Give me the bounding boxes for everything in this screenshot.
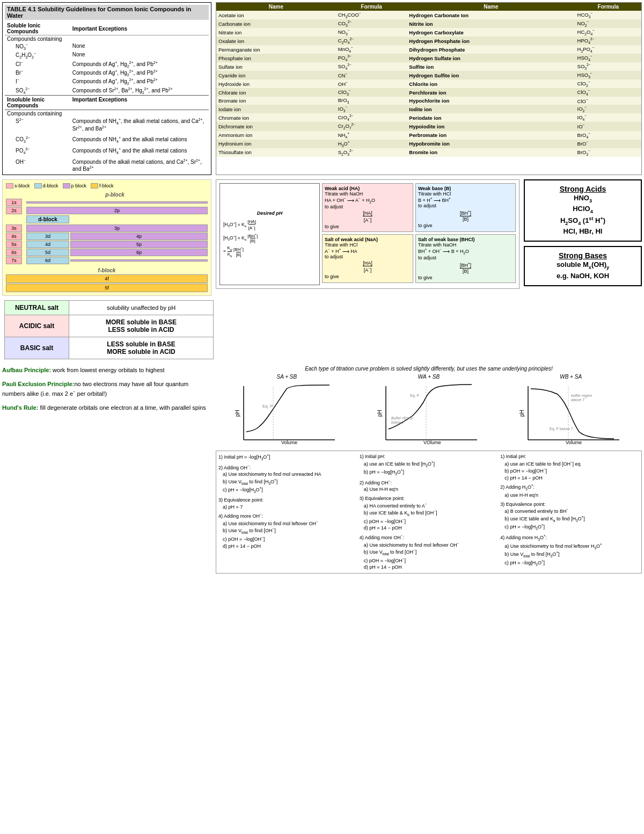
- strong-acids-column: Strong Acids HNO3 HClO4 H2SO4 (1st H+) H…: [524, 179, 642, 361]
- table-row: Br− Compounds of Ag+, Hg22+, and Pb2+: [5, 69, 209, 77]
- ion-formula: ClO3−: [336, 88, 407, 97]
- ion-formula: IO4−: [575, 113, 641, 122]
- ion-name: Periodate ion: [407, 113, 575, 122]
- d-block-6d: 6d: [26, 257, 69, 264]
- d-block-5d: 5d: [26, 249, 69, 256]
- p-block-empty: [70, 259, 208, 262]
- legend-d-block: d-block: [34, 183, 58, 188]
- ion-name: Bromite ion: [407, 148, 575, 157]
- ion-formula: NO2−: [575, 19, 641, 28]
- ion-formula: IO2−: [575, 105, 641, 113]
- ion-name: Perchlorate ion: [407, 88, 575, 97]
- ion-name: Sulfate ion: [216, 62, 336, 71]
- table-row: Carbonate ion CO32− Nitrite ion NO2−: [216, 19, 641, 28]
- svg-text:pH: pH: [519, 410, 525, 417]
- weak-acid-titrate: Titrate with NaOH: [325, 191, 411, 197]
- p-block-6p: 6p: [70, 249, 208, 256]
- salt-weak-base-box: Salt of weak base (BHCl) Titrate with Na…: [415, 234, 516, 283]
- ion-header-name1: Name: [216, 3, 336, 11]
- ion-name: Hydrogen Carboxylate: [407, 28, 575, 37]
- aufbau-text: work from lowest energy orbitals to high…: [51, 367, 165, 373]
- periodic-row-7s: 7s 6d: [6, 257, 208, 264]
- svg-text:Eq. P: Eq. P: [410, 394, 419, 398]
- svg-text:Volume: Volume: [281, 440, 297, 445]
- ion-name: Thiosulfate ion: [216, 148, 336, 157]
- ion-name: Perbromate ion: [407, 131, 575, 140]
- curve-wa-sb-svg: pH VOlume Eq. P Buffer rEgion below 7: [375, 381, 482, 445]
- insol-exception: Compounds of NH4+ and the alkali metal c…: [70, 144, 209, 155]
- p-block-5p: 5p: [70, 241, 208, 248]
- ion-formula: PO43−: [336, 54, 407, 62]
- table-row: Oxalate ion C2O42− Hydrogen Phosphate io…: [216, 37, 641, 45]
- hund-text: fill degenerate orbitals one electron at…: [38, 404, 206, 411]
- col2-content: 1) Initial pH: a) use an ICE table to fi…: [360, 453, 499, 571]
- strong-bases-title: Strong Bases: [529, 251, 636, 260]
- s-block-6s: 6s: [6, 249, 22, 256]
- sol-exception: Compounds of Ag+, Hg22+, and Pb2+: [70, 69, 209, 77]
- insol-exception: Compounds of NH4+, the alkali metal cati…: [70, 117, 209, 133]
- table-row: Chromate ion CrO42− Periodate ion IO4−: [216, 113, 641, 122]
- ion-formula: SO42−: [336, 62, 407, 71]
- henderson-eq3: = Kw Kb [BH+] [B]: [223, 245, 316, 257]
- titration-curve-wb-sa: WB + SA pH Volume buffer region above 7 …: [512, 374, 630, 446]
- insol-compound: CO32−: [5, 133, 70, 144]
- strong-acids-box: Strong Acids HNO3 HClO4 H2SO4 (1st H+) H…: [524, 179, 642, 242]
- henderson-eq2: [H3O+] = Ka [BH+] [B]: [223, 233, 316, 244]
- strong-bases-box: Strong Bases soluble Mx(OH)y e.g. NaOH, …: [524, 246, 642, 286]
- hund-name: Hund's Rule:: [2, 404, 38, 411]
- sol-exception: Compounds of Sr2+, Ba2+, Hg22+, and Pb2+: [70, 86, 209, 96]
- weak-acid-eq: HA + OH− ⟶ A− + H2O: [325, 197, 411, 204]
- salt-weak-base-ratio: [BH+] [B]: [418, 262, 513, 274]
- d-block-label: d-block: [43, 183, 58, 188]
- curve-wb-sa-label: WB + SA: [512, 374, 630, 380]
- d-block-header-row: d-block: [6, 215, 208, 223]
- acidic-label: ACIDIC salt: [5, 315, 69, 337]
- svg-text:Eq. P: Eq. P: [262, 404, 273, 409]
- middle-row: s-block d-block p block f-block: [0, 177, 644, 364]
- sol-exception: None: [70, 51, 209, 60]
- legend-p-block: p block: [63, 183, 87, 188]
- titration-col3: 1) Initial pH: a) use an ICE table to fi…: [500, 453, 639, 571]
- ion-name: Iodite ion: [407, 105, 575, 113]
- d-block-4d: 4d: [26, 241, 69, 248]
- weak-acid-adjust: to adjust: [325, 204, 411, 209]
- titration-header: Each type of titration curve problem is …: [216, 366, 642, 372]
- left-column: s-block d-block p block f-block: [2, 179, 211, 361]
- ion-formula: S2O32−: [336, 148, 407, 157]
- ion-formula: HCO3−: [575, 11, 641, 19]
- legend-s-block: s-block: [6, 183, 30, 188]
- salt-weak-acid-give: to give: [325, 274, 411, 279]
- table-row: Permanganate ion MnO4− Dihydrogen Phosph…: [216, 45, 641, 54]
- titration-curve-wa-sb: WA + SB pH VOlume Eq. P Buffer rEgion be…: [370, 374, 488, 446]
- titration-section: Each type of titration curve problem is …: [216, 366, 642, 574]
- compound-label: Compounds containing: [5, 110, 70, 117]
- ion-formula: OH−: [336, 79, 407, 88]
- ion-formula: C2O42−: [336, 37, 407, 45]
- ion-formula: BrO4−: [575, 131, 641, 140]
- solubility-table-section: TABLE 4.1 Solubility Guidelines for Comm…: [2, 2, 211, 175]
- s-block-label: s-block: [14, 183, 30, 188]
- salt-weak-base-titrate: Titrate with NaOH: [418, 242, 513, 248]
- spacer2: [22, 215, 26, 223]
- neutral-content: solubility unaffected by pH: [69, 301, 213, 315]
- table-row: Hydroxide ion OH− Chlorite ion ClO2−: [216, 79, 641, 88]
- salt-weak-base-adjust: to adjust: [418, 255, 513, 260]
- insol-compound: S2−: [5, 117, 70, 133]
- ion-formula: ClO−: [575, 97, 641, 105]
- sol-compound: I−: [5, 77, 70, 86]
- ion-formula: IO−: [575, 122, 641, 130]
- solubility-table: Soluble Ionic Compounds Important Except…: [5, 22, 209, 172]
- ion-name: Chlorite ion: [407, 79, 575, 88]
- svg-text:buffer region: buffer region: [571, 394, 592, 398]
- ion-formula: CO32−: [336, 19, 407, 28]
- spacer: [6, 215, 22, 223]
- bottom-section: Aufbau Principle: work from lowest energ…: [0, 364, 644, 576]
- main-container: TABLE 4.1 Solubility Guidelines for Comm…: [0, 0, 644, 576]
- strong-acids-title: Strong Acids: [529, 185, 636, 193]
- sol-header-2: Important Exceptions: [70, 22, 209, 35]
- ion-formula: CrO42−: [336, 113, 407, 122]
- table-row: Acetate ion CH3COO− Hydrogen Carbonate I…: [216, 11, 641, 19]
- ph-neutral-row: NEUTRAL salt solubility unaffected by pH: [5, 301, 213, 315]
- ion-name: Hypoiodite ion: [407, 122, 575, 130]
- henderson-eq1: [H3O+] = Ka [HA] [A−]: [223, 219, 316, 230]
